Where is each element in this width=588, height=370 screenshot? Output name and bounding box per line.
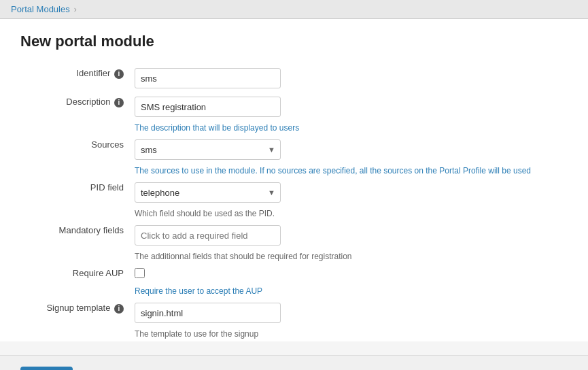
pid-select-wrapper: telephone ▼: [135, 182, 281, 203]
breadcrumb: Portal Modules ›: [0, 0, 588, 19]
main-content: New portal module Identifier i Descripti…: [0, 19, 588, 341]
sources-field-cell: sms ▼: [129, 135, 568, 164]
pid-hint: Which field should be used as the PID.: [135, 209, 562, 218]
mandatory-fields-input[interactable]: [135, 225, 281, 246]
signup-template-label: Signup template i: [20, 299, 129, 327]
save-button[interactable]: Save: [20, 367, 73, 370]
pid-label: PID field: [20, 178, 129, 207]
description-field-cell: [129, 92, 568, 121]
description-info-icon[interactable]: i: [114, 98, 124, 107]
require-aup-label: Require AUP: [20, 264, 129, 284]
description-label: Description i: [20, 92, 129, 121]
pid-field-row: PID field telephone ▼: [20, 178, 568, 207]
sources-hint-row: The sources to use in the module. If no …: [20, 164, 568, 178]
description-hint: The description that will be displayed t…: [135, 123, 562, 133]
sources-select-wrapper: sms ▼: [135, 139, 281, 160]
page-title: New portal module: [20, 33, 568, 50]
signup-template-hint: The template to use for the signup: [135, 329, 562, 339]
mandatory-fields-row: Mandatory fields: [20, 221, 568, 250]
require-aup-hint-row: Require the user to accept the AUP: [20, 284, 568, 299]
signup-template-row: Signup template i: [20, 299, 568, 327]
sources-select[interactable]: sms: [135, 139, 281, 160]
signup-template-info-icon[interactable]: i: [114, 304, 124, 314]
mandatory-fields-hint: The additionnal fields that should be re…: [135, 252, 562, 261]
description-input[interactable]: [135, 97, 281, 117]
sources-hint: The sources to use in the module. If no …: [135, 166, 562, 175]
mandatory-fields-label: Mandatory fields: [20, 221, 129, 250]
identifier-info-icon[interactable]: i: [114, 69, 124, 79]
description-hint-row: The description that will be displayed t…: [20, 121, 568, 135]
signup-template-cell: [129, 299, 568, 327]
identifier-row: Identifier i: [20, 64, 568, 92]
pid-hint-row: Which field should be used as the PID.: [20, 207, 568, 221]
require-aup-hint: Require the user to accept the AUP: [135, 286, 562, 296]
pid-field-cell: telephone ▼: [129, 178, 568, 207]
breadcrumb-parent-link[interactable]: Portal Modules: [11, 4, 70, 14]
mandatory-fields-cell: [129, 221, 568, 250]
description-row: Description i: [20, 92, 568, 121]
mandatory-fields-hint-row: The additionnal fields that should be re…: [20, 250, 568, 264]
pid-select[interactable]: telephone: [135, 182, 281, 203]
signup-template-hint-row: The template to use for the signup: [20, 327, 568, 341]
breadcrumb-separator: ›: [74, 5, 77, 14]
sources-label: Sources: [20, 135, 129, 164]
identifier-input[interactable]: [135, 68, 281, 88]
form-table: Identifier i Description i The descripti…: [20, 64, 568, 341]
require-aup-cell: [129, 264, 568, 284]
identifier-label: Identifier i: [20, 64, 129, 92]
identifier-field-cell: [129, 64, 568, 92]
sources-row: Sources sms ▼: [20, 135, 568, 164]
require-aup-row: Require AUP: [20, 264, 568, 284]
signup-template-input[interactable]: [135, 303, 281, 323]
footer-bar: Save: [0, 355, 588, 370]
require-aup-checkbox[interactable]: [135, 268, 145, 278]
